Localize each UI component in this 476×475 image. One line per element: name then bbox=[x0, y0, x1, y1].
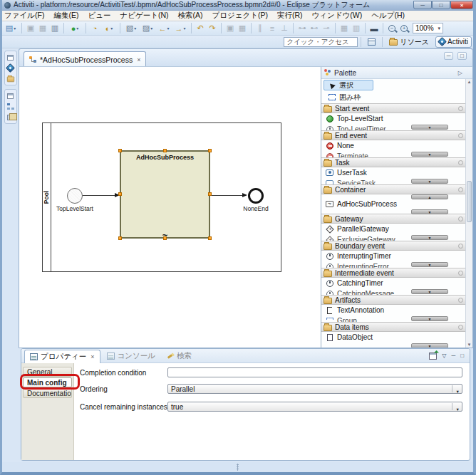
drawer-scroll-down-button[interactable]: ▼ bbox=[411, 152, 448, 157]
drawer-scroll-down-button[interactable]: ▼ bbox=[411, 262, 448, 267]
palette-section-start-event[interactable]: Start event bbox=[321, 103, 465, 113]
palette-section-artifacts[interactable]: Artifacts bbox=[321, 295, 465, 305]
palette-item-interruptingtimer[interactable]: InterruptingTimer bbox=[321, 251, 465, 261]
selection-handle[interactable] bbox=[163, 236, 167, 240]
palette-section-intermediate-event[interactable]: Intermediate event bbox=[321, 268, 465, 278]
package-explorer-icon[interactable] bbox=[6, 75, 14, 82]
palette-item-clipped[interactable]: Terminate ▼ bbox=[321, 151, 465, 157]
screenshot-button[interactable]: ▬ bbox=[368, 23, 380, 34]
menu-help[interactable]: ヘルプ(H) bbox=[371, 11, 405, 21]
align-left-button[interactable]: ∥ bbox=[254, 23, 266, 34]
editor-tab[interactable]: *AdHocSubProcessProcess × bbox=[24, 51, 146, 67]
paste-button[interactable]: ▦ bbox=[237, 23, 248, 34]
print-button[interactable]: ▥ bbox=[49, 23, 61, 34]
menu-search[interactable]: 検索(A) bbox=[177, 11, 202, 21]
palette-section-end-event[interactable]: End event bbox=[321, 130, 465, 140]
palette-tool-marquee[interactable]: 囲み枠 bbox=[324, 92, 373, 103]
drawer-scroll-down-button[interactable]: ▼ bbox=[411, 209, 448, 214]
tab-properties[interactable]: プロパティー × bbox=[24, 350, 100, 363]
palette-item-clipped[interactable]: CatchingMessage ▼ bbox=[321, 288, 465, 295]
drawer-scroll-up-button[interactable]: ▲ bbox=[411, 194, 448, 199]
resource-perspective-button[interactable]: リソース bbox=[386, 36, 433, 48]
scrollbar-thumb[interactable] bbox=[467, 181, 472, 222]
match-width-button[interactable]: ⊶ bbox=[296, 23, 308, 34]
ordering-select[interactable]: Parallel bbox=[167, 384, 462, 394]
view-maximize-icon[interactable]: □ bbox=[460, 353, 464, 359]
palette-item-none[interactable]: None bbox=[321, 140, 465, 151]
tab-close-icon[interactable]: × bbox=[90, 353, 94, 360]
editor-minimize-button[interactable]: ─ bbox=[444, 52, 453, 60]
palette-item-textannotation[interactable]: TextAnnotation bbox=[321, 305, 465, 315]
tab-close-icon[interactable]: × bbox=[137, 56, 140, 63]
editor-maximize-button[interactable]: □ bbox=[457, 52, 467, 60]
side-tab-main-config[interactable]: Main config bbox=[23, 377, 72, 387]
palette-item-usertask[interactable]: UserTask bbox=[321, 167, 465, 178]
palette-item-adhocsubprocess[interactable]: ~ AdHocSubProcess bbox=[321, 199, 465, 209]
pin-icon[interactable] bbox=[458, 106, 463, 111]
align-bottom-button[interactable]: ⊥ bbox=[279, 23, 290, 34]
next-annotation-button[interactable]: ▧ bbox=[123, 23, 139, 34]
cancel-remaining-instances-select[interactable]: true bbox=[167, 402, 462, 412]
title-bar[interactable]: Activiti - platform:/resource/ActivitiTe… bbox=[0, 0, 476, 11]
run-button[interactable]: ● bbox=[67, 23, 83, 34]
restore-pane-icon[interactable] bbox=[6, 53, 15, 61]
window-minimize-button[interactable]: ─ bbox=[413, 1, 432, 9]
palette-item-catchingtimer[interactable]: CatchingTimer bbox=[321, 278, 465, 288]
selection-handle[interactable] bbox=[208, 149, 212, 152]
align-center-button[interactable]: ≡ bbox=[267, 23, 278, 34]
palette-flyout-icon[interactable]: ▷ bbox=[458, 70, 462, 76]
undo-button[interactable]: ↶ bbox=[195, 23, 206, 34]
scroll-up-icon[interactable]: ▲ bbox=[467, 80, 472, 84]
pin-icon[interactable] bbox=[458, 271, 463, 276]
tab-console[interactable]: コンソール bbox=[102, 350, 160, 363]
menu-run[interactable]: 実行(R) bbox=[277, 11, 303, 21]
selection-handle[interactable] bbox=[208, 236, 212, 240]
open-perspective-button[interactable] bbox=[364, 36, 379, 48]
external-tools-button[interactable]: ◐ bbox=[101, 23, 117, 34]
menu-view[interactable]: ビュー bbox=[88, 11, 110, 21]
activiti-diagram-view-icon[interactable] bbox=[6, 64, 15, 72]
back-history-button[interactable]: ← bbox=[156, 23, 172, 34]
menu-navigate[interactable]: ナビゲート(N) bbox=[120, 11, 168, 21]
statusbar-grip[interactable] bbox=[237, 464, 239, 471]
window-maximize-button[interactable]: □ bbox=[432, 1, 450, 9]
selection-handle[interactable] bbox=[163, 149, 167, 152]
horizontal-distribute-button[interactable]: ▦ bbox=[338, 23, 350, 34]
palette-item-parallelgateway[interactable]: ParallelGateway bbox=[321, 224, 465, 234]
side-tab-general[interactable]: General bbox=[23, 367, 72, 377]
vertical-distribute-button[interactable]: ▥ bbox=[351, 23, 362, 34]
selection-handle[interactable] bbox=[118, 149, 122, 152]
zoom-in-icon[interactable]: + bbox=[400, 25, 408, 32]
adhoc-subprocess-shape[interactable]: AdHocSubProcess ~ bbox=[120, 150, 210, 239]
palette-section-gateway[interactable]: Gateway bbox=[321, 214, 465, 224]
save-all-button[interactable]: ▦ bbox=[37, 23, 48, 34]
palette-section-task[interactable]: Task bbox=[321, 157, 465, 167]
menu-file[interactable]: ファイル(F) bbox=[4, 11, 44, 21]
zoom-level-select[interactable]: 100% ▾ bbox=[413, 23, 443, 33]
pin-icon[interactable] bbox=[458, 325, 463, 330]
pin-icon[interactable] bbox=[458, 244, 463, 249]
view-minimize-icon[interactable]: ─ bbox=[451, 353, 455, 359]
palette-item-clipped[interactable]: Group ▼ bbox=[321, 315, 465, 322]
palette-header[interactable]: Palette ▷ bbox=[321, 67, 472, 79]
menu-window[interactable]: ウィンドウ(W) bbox=[312, 11, 363, 21]
palette-item-clipped[interactable]: ServiceTask ▼ bbox=[321, 178, 465, 184]
selection-handle[interactable] bbox=[118, 192, 122, 196]
completion-condition-input[interactable] bbox=[167, 367, 462, 377]
scroll-down-icon[interactable]: ▼ bbox=[467, 343, 472, 347]
zoom-out-icon[interactable]: − bbox=[388, 25, 395, 32]
selection-handle[interactable] bbox=[118, 236, 122, 240]
drawer-scroll-down-button[interactable]: ▼ bbox=[411, 343, 448, 348]
start-event-shape[interactable] bbox=[67, 188, 83, 204]
sequence-flow[interactable] bbox=[83, 195, 117, 196]
palette-item-dataobject[interactable]: DataObject bbox=[321, 332, 465, 343]
palette-item-clipped[interactable]: Top-LevelTimer ▼ bbox=[321, 124, 465, 130]
palette-tool-select[interactable]: 選択 bbox=[324, 80, 373, 90]
new-view-icon[interactable] bbox=[429, 353, 437, 360]
palette-section-data-items[interactable]: Data items bbox=[321, 322, 465, 332]
match-height-button[interactable]: ⊷ bbox=[309, 23, 320, 34]
previous-annotation-button[interactable]: ▨ bbox=[140, 23, 155, 34]
pool-header[interactable]: Pool bbox=[43, 123, 51, 271]
drawer-scroll-down-button[interactable]: ▼ bbox=[411, 125, 448, 130]
diagram-canvas[interactable]: Pool TopLevelStart AdHocSubProcess ~ bbox=[19, 67, 321, 348]
